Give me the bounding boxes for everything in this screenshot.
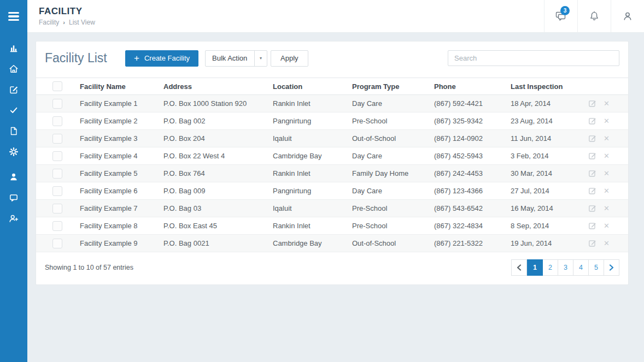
- breadcrumb-facility[interactable]: Facility: [39, 19, 59, 26]
- cell-facility-name: Facility Example 5: [80, 169, 163, 177]
- cell-last-inspection: 30 Mar, 2014: [511, 169, 587, 177]
- cell-last-inspection: 8 Sep, 2014: [511, 222, 587, 230]
- profile-icon: [621, 10, 634, 23]
- column-header-location[interactable]: Location: [273, 82, 352, 91]
- sidebar-item-settings[interactable]: [0, 141, 27, 162]
- facility-table: Facility Name Address Location Program T…: [36, 78, 628, 252]
- table-row: Facility Example 4 P.O. Box 22 West 4 Ca…: [36, 147, 628, 165]
- table-row: Facility Example 9 P.O. Bag 0021 Cambrid…: [36, 235, 628, 252]
- cell-phone: (867) 221-5322: [434, 239, 511, 247]
- row-edit-icon[interactable]: [588, 152, 596, 160]
- pagination-prev-button[interactable]: [511, 259, 527, 276]
- column-header-phone[interactable]: Phone: [434, 82, 511, 91]
- cell-program-type: Day Care: [352, 99, 434, 108]
- cell-program-type: Day Care: [352, 152, 434, 160]
- topbar-icons: 3: [544, 0, 644, 33]
- cell-address: P.O. Bag 03: [163, 204, 273, 212]
- hamburger-bars: [8, 12, 19, 21]
- sidebar-item-messages[interactable]: [0, 187, 27, 208]
- row-edit-icon[interactable]: [588, 117, 596, 125]
- cell-program-type: Day Care: [352, 187, 434, 195]
- row-checkbox[interactable]: [52, 134, 62, 144]
- column-header-facility-name[interactable]: Facility Name: [80, 82, 163, 91]
- sidebar-item-tasks[interactable]: [0, 100, 27, 121]
- sidebar-item-compose[interactable]: [0, 79, 27, 100]
- row-checkbox[interactable]: [52, 221, 62, 231]
- row-checkbox[interactable]: [52, 239, 62, 248]
- select-all-checkbox[interactable]: [52, 81, 62, 91]
- cell-address: P.O. Bag 0021: [163, 239, 273, 247]
- row-edit-icon[interactable]: [588, 169, 596, 177]
- sidebar-item-documents[interactable]: [0, 121, 27, 141]
- row-delete-icon[interactable]: ✕: [604, 170, 610, 177]
- row-checkbox[interactable]: [52, 204, 62, 213]
- profile-button[interactable]: [611, 0, 644, 33]
- cell-facility-name: Facility Example 2: [80, 117, 163, 125]
- row-delete-icon[interactable]: ✕: [604, 100, 610, 107]
- row-checkbox[interactable]: [52, 169, 62, 179]
- pagination-page-1[interactable]: 1: [527, 259, 543, 276]
- chat-icon: [8, 192, 19, 203]
- menu-icon[interactable]: [0, 0, 27, 33]
- pagination-page-2[interactable]: 2: [542, 259, 558, 276]
- apply-button[interactable]: Apply: [271, 50, 308, 67]
- row-edit-icon[interactable]: [588, 222, 596, 230]
- cell-last-inspection: 27 Jul, 2014: [511, 187, 587, 195]
- pagination-page-5[interactable]: 5: [588, 259, 604, 276]
- row-edit-icon[interactable]: [588, 239, 596, 247]
- table-row: Facility Example 1 P.O. Box 1000 Station…: [36, 95, 628, 112]
- cell-address: P.O. Bag 002: [163, 117, 273, 125]
- cell-location: Cambridge Bay: [273, 239, 352, 247]
- sidebar-item-add-user[interactable]: [0, 208, 27, 229]
- cell-phone: (867) 123-4366: [434, 187, 511, 195]
- sidebar-item-analytics[interactable]: [0, 38, 27, 58]
- cell-facility-name: Facility Example 3: [80, 134, 163, 143]
- cell-location: Rankin Inlet: [273, 169, 352, 177]
- row-checkbox[interactable]: [52, 186, 62, 196]
- search-wrap: [448, 50, 619, 66]
- cell-facility-name: Facility Example 1: [80, 99, 163, 108]
- cell-last-inspection: 3 Feb, 2014: [511, 152, 587, 160]
- row-delete-icon[interactable]: ✕: [604, 135, 610, 142]
- row-delete-icon[interactable]: ✕: [604, 222, 610, 229]
- row-edit-icon[interactable]: [588, 99, 596, 108]
- pagination-pages: 12345: [527, 259, 604, 276]
- column-header-address[interactable]: Address: [163, 82, 273, 91]
- create-facility-button[interactable]: + Create Facility: [125, 50, 198, 67]
- pagination-page-4[interactable]: 4: [573, 259, 589, 276]
- row-edit-icon[interactable]: [588, 187, 596, 195]
- row-edit-icon[interactable]: [588, 204, 596, 212]
- column-header-last-inspection[interactable]: Last Inspection: [511, 82, 587, 91]
- cell-facility-name: Facility Example 4: [80, 152, 163, 160]
- cell-program-type: Family Day Home: [352, 169, 434, 177]
- row-delete-icon[interactable]: ✕: [604, 117, 610, 124]
- pagination-next-button[interactable]: [604, 259, 619, 276]
- cell-last-inspection: 16 May, 2014: [511, 204, 587, 212]
- cell-phone: (867) 242-4453: [434, 169, 511, 177]
- search-input[interactable]: [448, 50, 619, 66]
- notifications-button[interactable]: [577, 0, 611, 33]
- cell-phone: (867) 124-0902: [434, 134, 511, 143]
- column-header-program-type[interactable]: Program Type: [352, 82, 434, 91]
- sidebar-nav: [0, 38, 27, 229]
- sidebar-item-home[interactable]: [0, 58, 27, 79]
- cell-program-type: Out-of-School: [352, 134, 434, 143]
- cell-location: Rankin Inlet: [273, 99, 352, 108]
- row-checkbox[interactable]: [52, 116, 62, 126]
- row-delete-icon[interactable]: ✕: [604, 205, 610, 212]
- row-edit-icon[interactable]: [588, 134, 596, 143]
- app-title: FACILITY: [39, 6, 95, 17]
- row-delete-icon[interactable]: ✕: [604, 152, 610, 159]
- messages-button[interactable]: 3: [544, 0, 577, 33]
- table-row: Facility Example 3 P.O. Box 204 Iqaluit …: [36, 130, 628, 147]
- bulk-action-select[interactable]: Bulk Action ▾: [205, 50, 267, 67]
- row-delete-icon[interactable]: ✕: [604, 240, 610, 247]
- bulk-action-label: Bulk Action: [206, 54, 254, 62]
- sidebar-item-users[interactable]: [0, 167, 27, 187]
- row-delete-icon[interactable]: ✕: [604, 187, 610, 194]
- row-checkbox[interactable]: [52, 99, 62, 109]
- cell-location: Pangnirtung: [273, 117, 352, 125]
- pagination-page-3[interactable]: 3: [558, 259, 573, 276]
- cell-last-inspection: 11 Jun, 2014: [511, 134, 587, 143]
- row-checkbox[interactable]: [52, 151, 62, 161]
